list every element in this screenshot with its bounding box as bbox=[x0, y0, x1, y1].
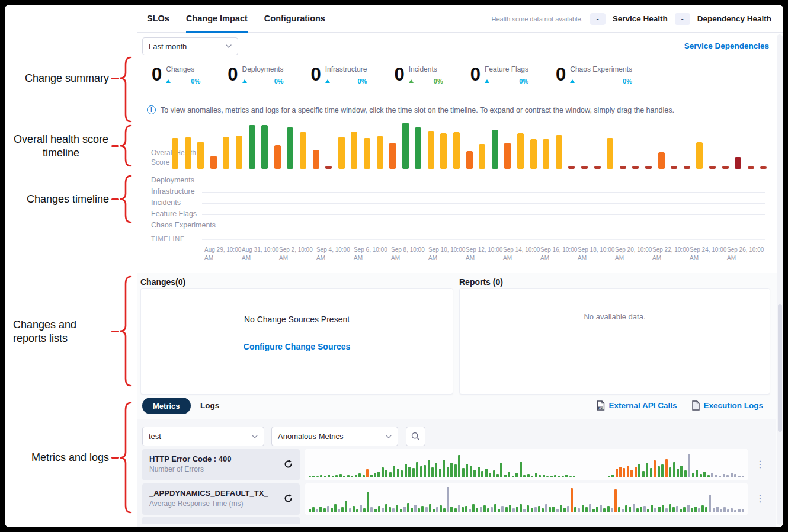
sparkline-bar bbox=[312, 507, 315, 512]
sparkline-bar bbox=[563, 508, 566, 512]
metric-card[interactable]: HTTP Error Code : 400 Number of Errors bbox=[142, 449, 300, 480]
sparkline-bar bbox=[692, 473, 694, 477]
metric-filter-select[interactable]: Anomalous Metrics bbox=[271, 427, 398, 446]
sparkline-bar bbox=[397, 469, 399, 477]
sparkline-bar bbox=[498, 509, 500, 512]
health-score-time-slot[interactable] bbox=[428, 131, 434, 169]
health-score-time-slot[interactable] bbox=[594, 166, 601, 169]
health-score-time-slot[interactable] bbox=[620, 166, 626, 169]
health-score-time-slot[interactable] bbox=[364, 138, 370, 169]
stat-value: 0 bbox=[556, 65, 566, 85]
health-score-time-slot[interactable] bbox=[223, 137, 229, 169]
health-score-time-slot[interactable] bbox=[440, 133, 447, 169]
health-score-time-slot[interactable] bbox=[287, 127, 293, 169]
health-score-time-slot[interactable] bbox=[671, 166, 677, 169]
external-api-calls-link[interactable]: API External API Calls bbox=[597, 400, 677, 411]
health-score-time-slot[interactable] bbox=[415, 127, 421, 169]
health-score-time-slot[interactable] bbox=[197, 142, 204, 169]
kebab-menu-icon[interactable]: ⋮ bbox=[755, 492, 765, 505]
health-score-time-slot[interactable] bbox=[748, 166, 754, 169]
health-score-time-slot[interactable] bbox=[735, 157, 741, 169]
metric-card[interactable]: _APPDYNAMICS_DEFAULT_TX_ Average Respons… bbox=[142, 483, 300, 515]
tab-slos[interactable]: SLOs bbox=[147, 5, 169, 33]
sparkline-bar bbox=[611, 475, 614, 477]
stat-delta: 0% bbox=[358, 78, 367, 85]
health-score-time-slot[interactable] bbox=[389, 143, 396, 169]
health-score-time-slot[interactable] bbox=[517, 133, 524, 169]
search-button[interactable] bbox=[406, 427, 425, 446]
health-score-time-slot[interactable] bbox=[300, 132, 306, 169]
health-score-time-slot[interactable] bbox=[185, 137, 191, 169]
health-score-time-slot[interactable] bbox=[453, 132, 460, 169]
sparkline-bar bbox=[669, 504, 671, 512]
sparkline-bar bbox=[353, 506, 355, 512]
health-score-time-slot[interactable] bbox=[632, 166, 639, 169]
health-score-time-slot[interactable] bbox=[645, 166, 652, 169]
sparkline-bar bbox=[527, 474, 530, 477]
health-score-time-slot[interactable] bbox=[325, 166, 332, 169]
stat-label: Infrastructure bbox=[325, 65, 367, 73]
health-score-time-slot[interactable] bbox=[684, 166, 690, 169]
health-score-time-slot[interactable] bbox=[492, 130, 498, 169]
metric-sparkline-chart[interactable] bbox=[305, 483, 748, 515]
metric-sparkline-chart[interactable] bbox=[305, 449, 748, 480]
execution-logs-link[interactable]: Execution Logs bbox=[692, 400, 763, 411]
health-score-time-slot[interactable] bbox=[210, 156, 217, 169]
health-score-time-slot[interactable] bbox=[581, 166, 588, 169]
sparkline-bar bbox=[683, 507, 686, 512]
sparkline-bar bbox=[327, 506, 329, 512]
health-score-time-slot[interactable] bbox=[530, 139, 537, 169]
sparkline-bar bbox=[589, 504, 591, 512]
health-score-time-slot[interactable] bbox=[504, 143, 511, 169]
health-score-time-slot[interactable] bbox=[479, 144, 485, 169]
health-score-time-slot[interactable] bbox=[402, 123, 409, 169]
sparkline-bar bbox=[672, 507, 675, 512]
health-score-time-slot[interactable] bbox=[351, 132, 357, 169]
time-range-select[interactable]: Last month bbox=[142, 37, 238, 55]
health-score-time-slot[interactable] bbox=[556, 135, 562, 169]
health-score-time-slot[interactable] bbox=[249, 125, 255, 169]
health-score-time-slot[interactable] bbox=[696, 142, 703, 169]
tab-logs[interactable]: Logs bbox=[200, 401, 219, 410]
refresh-icon[interactable] bbox=[283, 493, 293, 504]
health-score-time-slot[interactable] bbox=[261, 125, 268, 169]
tab-metrics[interactable]: Metrics bbox=[142, 398, 191, 414]
health-score-time-slot[interactable] bbox=[236, 136, 242, 169]
sparkline-bar bbox=[439, 469, 441, 477]
sparkline-bar bbox=[592, 477, 595, 477]
health-score-time-slot[interactable] bbox=[709, 166, 716, 169]
sparkline-bar bbox=[363, 475, 365, 477]
health-score-time-slot[interactable] bbox=[607, 138, 613, 169]
service-dependencies-link[interactable]: Service Dependencies bbox=[684, 41, 769, 50]
health-score-time-slot[interactable] bbox=[658, 152, 665, 169]
sparkline-bar bbox=[393, 466, 395, 477]
health-score-time-slot[interactable] bbox=[568, 166, 575, 169]
configure-change-sources-link[interactable]: Configure Change Sources bbox=[141, 342, 453, 351]
health-score-time-slot[interactable] bbox=[338, 137, 345, 169]
sparkline-bar bbox=[421, 506, 424, 512]
timeline-date-label: Aug 31, 10:00 AM bbox=[242, 246, 279, 262]
sparkline-bar bbox=[462, 507, 464, 512]
tab-configurations[interactable]: Configurations bbox=[264, 5, 325, 33]
health-score-time-slot[interactable] bbox=[377, 136, 383, 169]
kebab-menu-icon[interactable]: ⋮ bbox=[755, 458, 765, 471]
health-score-time-slot[interactable] bbox=[722, 166, 729, 169]
sparkline-bar bbox=[636, 508, 639, 512]
health-score-time-slot[interactable] bbox=[274, 145, 281, 169]
sparkline-bar bbox=[577, 477, 579, 477]
health-score-time-slot[interactable] bbox=[172, 138, 178, 169]
sparkline-bar bbox=[549, 507, 551, 512]
sparkline-bar bbox=[687, 505, 690, 512]
refresh-icon[interactable] bbox=[283, 459, 293, 469]
health-score-time-slot[interactable] bbox=[313, 150, 319, 169]
health-score-time-slot[interactable] bbox=[543, 139, 549, 169]
service-filter-select[interactable]: test bbox=[142, 427, 264, 446]
sparkline-bar bbox=[629, 507, 631, 512]
vertical-scrollbar[interactable] bbox=[777, 34, 783, 525]
health-score-time-slot[interactable] bbox=[760, 166, 767, 169]
sparkline-bar bbox=[487, 508, 489, 512]
tab-change-impact[interactable]: Change Impact bbox=[186, 5, 248, 33]
sparkline-bar bbox=[616, 469, 618, 477]
health-score-time-slot[interactable] bbox=[466, 151, 473, 169]
scrollbar-thumb[interactable] bbox=[778, 304, 782, 431]
